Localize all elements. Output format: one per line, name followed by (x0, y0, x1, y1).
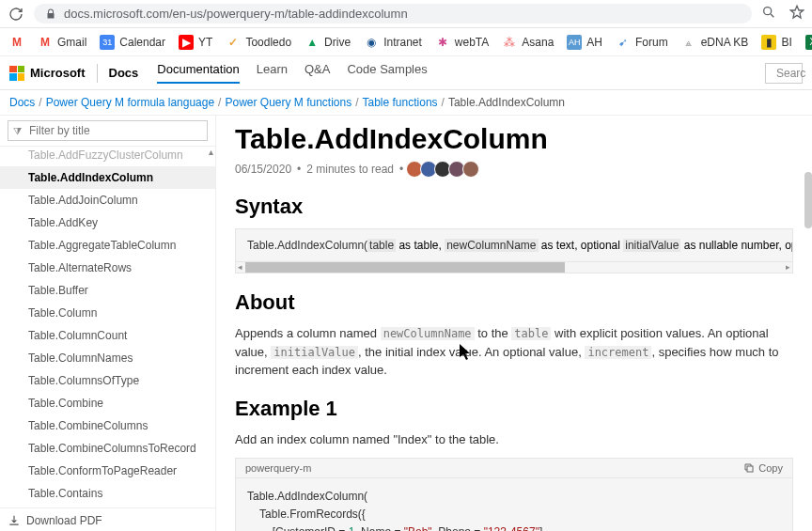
about-heading: About (235, 290, 793, 315)
nav-item[interactable]: Table.Combine (0, 392, 215, 414)
svg-rect-2 (747, 466, 753, 472)
nav-item[interactable]: Table.ColumnCount (0, 324, 215, 347)
article-date: 06/15/2020 (235, 163, 291, 176)
bookmark-intranet[interactable]: ◉Intranet (364, 35, 422, 50)
nav-learn[interactable]: Learn (257, 62, 288, 84)
nav-item[interactable]: Table.AddJoinColumn (0, 189, 215, 211)
url-text: docs.microsoft.com/en-us/powerquery-m/ta… (64, 7, 408, 21)
nav-item[interactable]: Table.ColumnNames (0, 347, 215, 369)
product-name[interactable]: Docs (109, 66, 139, 80)
scroll-left-icon[interactable]: ◂ (236, 262, 244, 272)
nav-item[interactable]: Table.AddFuzzyClusterColumn (0, 147, 215, 166)
nav-documentation[interactable]: Documentation (157, 62, 239, 84)
example1-heading: Example 1 (235, 397, 793, 421)
browser-toolbar: docs.microsoft.com/en-us/powerquery-m/ta… (0, 0, 812, 28)
star-icon[interactable] (789, 5, 804, 23)
bookmark-gmail-m[interactable]: M (9, 35, 24, 50)
syntax-code: Table.AddIndexColumn(table as table, new… (235, 228, 793, 262)
download-pdf-button[interactable]: Download PDF (0, 508, 215, 531)
avatar (462, 161, 479, 178)
nav-item[interactable]: Table.AggregateTableColumn (0, 234, 215, 257)
nav-item[interactable]: Table.Buffer (0, 279, 215, 302)
bookmark-gmail[interactable]: MGmail (38, 35, 86, 50)
bookmarks-bar: M MGmail 31Calendar ▶YT ✓Toodledo ▲Drive… (0, 28, 812, 56)
bookmark-bi[interactable]: ▮BI (761, 35, 791, 50)
bookmark-yt[interactable]: ▶YT (179, 35, 212, 50)
crumb-functions[interactable]: Power Query M functions (225, 96, 351, 109)
main-article: Table.AddIndexColumn 06/15/2020 • 2 minu… (216, 116, 812, 531)
search-page-icon[interactable] (761, 5, 776, 23)
example1-desc: Add an index column named "Index" to the… (235, 430, 793, 449)
bookmark-toodledo[interactable]: ✓Toodledo (226, 35, 291, 50)
bookmark-calendar[interactable]: 31Calendar (100, 35, 165, 50)
download-icon (8, 514, 21, 527)
breadcrumbs: Docs/ Power Query M formula language/ Po… (0, 90, 812, 115)
ms-logo[interactable]: Microsoft (9, 66, 86, 81)
content-area: ⧩ ▴ Table.AddFuzzyClusterColumn Table.Ad… (0, 115, 812, 531)
bookmark-webta[interactable]: ✱webTA (435, 35, 489, 50)
ms-logo-icon (9, 66, 24, 81)
crumb-table[interactable]: Table functions (363, 96, 438, 109)
bookmark-forum[interactable]: ➹Forum (616, 35, 668, 50)
filter-box: ⧩ (0, 116, 215, 147)
bookmark-asana[interactable]: ⁂Asana (502, 35, 554, 50)
article-meta: 06/15/2020 • 2 minutes to read • (235, 161, 793, 178)
nav-qa[interactable]: Q&A (304, 62, 330, 84)
filter-input[interactable] (8, 120, 208, 141)
svg-point-0 (764, 7, 772, 14)
main-scrollbar[interactable] (804, 172, 812, 228)
scroll-right-icon[interactable]: ▸ (784, 262, 792, 272)
nav-item[interactable]: Table.ContainsAll (0, 505, 215, 508)
page-title: Table.AddIndexColumn (235, 123, 793, 155)
crumb-docs[interactable]: Docs (9, 96, 35, 109)
nav-item[interactable]: Table.AddKey (0, 211, 215, 234)
bookmark-ah[interactable]: AHAH (567, 35, 602, 50)
bookmark-edna[interactable]: ⟁eDNA KB (681, 35, 749, 50)
about-text: Appends a column named newColumnName to … (235, 324, 793, 380)
bookmark-excel[interactable]: X (805, 35, 812, 50)
example-code: Table.AddIndexColumn( Table.FromRecords(… (235, 478, 793, 531)
filter-icon: ⧩ (13, 125, 22, 137)
syntax-heading: Syntax (235, 195, 793, 219)
copy-icon (743, 462, 755, 474)
code-lang-label: powerquery-m (245, 462, 311, 474)
search-box[interactable]: Searc (765, 63, 803, 84)
sidebar-nav[interactable]: ▴ Table.AddFuzzyClusterColumn Table.AddI… (0, 147, 215, 508)
nav-item[interactable]: Table.CombineColumnsToRecord (0, 437, 215, 460)
example-code-header: powerquery-m Copy (235, 458, 793, 478)
reload-icon[interactable] (8, 6, 24, 23)
nav-item[interactable]: Table.AlternateRows (0, 257, 215, 279)
code-h-scrollbar[interactable]: ◂ ▸ (235, 262, 793, 273)
crumb-current: Table.AddIndexColumn (448, 96, 565, 109)
contributor-avatars[interactable] (409, 161, 479, 178)
scroll-up-icon[interactable]: ▴ (209, 147, 213, 157)
scroll-thumb[interactable] (245, 262, 565, 273)
crumb-pqm[interactable]: Power Query M formula language (46, 96, 214, 109)
address-bar[interactable]: docs.microsoft.com/en-us/powerquery-m/ta… (34, 4, 752, 23)
sidebar: ⧩ ▴ Table.AddFuzzyClusterColumn Table.Ad… (0, 116, 216, 531)
copy-button[interactable]: Copy (743, 462, 783, 474)
bookmark-drive[interactable]: ▲Drive (304, 35, 351, 50)
article-readtime: 2 minutes to read (306, 163, 394, 176)
lock-icon (45, 8, 56, 20)
nav-item-active[interactable]: Table.AddIndexColumn (0, 166, 215, 189)
nav-codesamples[interactable]: Code Samples (347, 62, 427, 84)
nav-item[interactable]: Table.ConformToPageReader (0, 460, 215, 482)
nav-item[interactable]: Table.ColumnsOfType (0, 369, 215, 392)
nav-item[interactable]: Table.CombineColumns (0, 414, 215, 437)
nav-item[interactable]: Table.Contains (0, 482, 215, 505)
ms-header: Microsoft Docs Documentation Learn Q&A C… (0, 56, 812, 90)
nav-item[interactable]: Table.Column (0, 302, 215, 324)
